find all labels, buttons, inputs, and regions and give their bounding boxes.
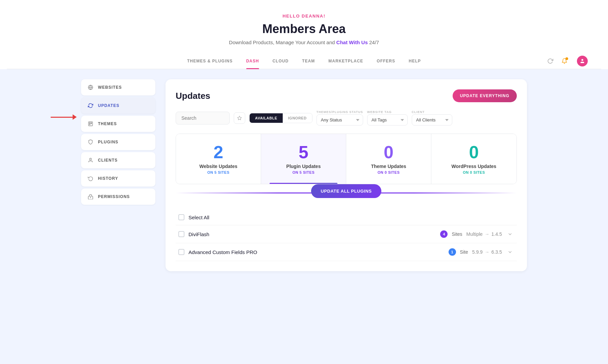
- table-row: DiviFlash 4 Sites Multiple → 1.4.5: [176, 225, 517, 243]
- sidebar-label-updates: UPDATES: [98, 103, 119, 108]
- stat-theme-number: 0: [353, 143, 424, 161]
- main-content: Updates UPDATE EVERYTHING AVAILABLE IGNO…: [166, 79, 527, 271]
- nav-right: [545, 56, 588, 66]
- stat-website-number: 2: [183, 143, 254, 161]
- nav-help[interactable]: HELP: [409, 53, 421, 69]
- status-tab-group: AVAILABLE IGNORED: [249, 113, 312, 123]
- star-filter-button[interactable]: [234, 112, 245, 124]
- content-area: WEBSITES UPDATES THEMES: [68, 69, 540, 281]
- sidebar-label-permissions: PERMISSIONS: [98, 194, 130, 199]
- svg-rect-4: [90, 123, 90, 125]
- client-filter-label: CLIENT: [412, 110, 452, 114]
- update-everything-button[interactable]: UPDATE EVERYTHING: [453, 89, 517, 102]
- diviflash-sites-badge: 4: [440, 230, 448, 238]
- diviflash-sites-label: Sites: [452, 231, 462, 237]
- tab-available[interactable]: AVAILABLE: [250, 113, 283, 123]
- svg-marker-9: [237, 116, 242, 120]
- nav-themes-plugins[interactable]: THEMES & PLUGINS: [187, 53, 233, 69]
- themes-icon: [87, 120, 94, 127]
- diviflash-name: DiviFlash: [188, 231, 436, 237]
- stats-row: 2 Website Updates ON 5 SITES 5 Plugin Up…: [176, 134, 517, 184]
- status-filter-select[interactable]: Any Status: [316, 114, 363, 125]
- nav-team[interactable]: TEAM: [302, 53, 315, 69]
- stat-plugin-number: 5: [268, 143, 339, 161]
- sidebar-item-history[interactable]: HISTORY: [81, 170, 155, 187]
- sidebar-item-clients[interactable]: CLIENTS: [81, 152, 155, 168]
- sidebar-item-themes[interactable]: THEMES: [81, 116, 155, 132]
- diviflash-checkbox[interactable]: [178, 231, 184, 237]
- tag-filter-select[interactable]: All Tags: [367, 114, 408, 125]
- main-nav: THEMES & PLUGINS DASH CLOUD TEAM MARKETP…: [7, 53, 601, 69]
- red-arrow: [51, 114, 77, 120]
- sidebar-item-updates[interactable]: UPDATES: [81, 97, 155, 114]
- subtitle: Download Products, Manage Your Account a…: [7, 39, 601, 45]
- update-plugins-section: UPDATE ALL PLUGINS: [176, 184, 517, 201]
- acf-version: 5.9.9 → 6.3.5: [472, 249, 502, 255]
- tab-ignored[interactable]: IGNORED: [283, 113, 312, 123]
- diviflash-version-to: 1.4.5: [491, 231, 502, 237]
- nav-marketplace[interactable]: MARKETPLACE: [328, 53, 363, 69]
- notif-dot: [565, 57, 568, 60]
- clients-icon: [87, 157, 94, 164]
- svg-rect-3: [88, 122, 93, 126]
- stat-website-label: Website Updates: [183, 164, 254, 169]
- sidebar-label-clients: CLIENTS: [98, 158, 118, 163]
- sidebar-item-plugins[interactable]: PLUGINS: [81, 134, 155, 150]
- sidebar-item-permissions[interactable]: PERMISSIONS: [81, 189, 155, 205]
- updates-title: Updates: [176, 91, 210, 101]
- search-input[interactable]: [176, 112, 230, 124]
- arrow-line: [51, 117, 73, 118]
- stat-plugin-updates: 5 Plugin Updates ON 5 SITES: [261, 134, 346, 184]
- plugins-icon: [87, 139, 94, 145]
- select-all-row: Select All: [176, 209, 517, 225]
- update-all-plugins-button[interactable]: UPDATE ALL PLUGINS: [311, 184, 381, 198]
- table-row: Advanced Custom Fields PRO 1 Site 5.9.9 …: [176, 243, 517, 261]
- nav-dash[interactable]: DASH: [246, 53, 259, 69]
- stat-website-sublabel: ON 5 SITES: [183, 170, 254, 174]
- globe-icon: [87, 84, 94, 91]
- acf-name: Advanced Custom Fields PRO: [188, 249, 445, 255]
- diviflash-expand-button[interactable]: [506, 230, 514, 238]
- hello-text: HELLO DEANNA!: [7, 13, 601, 19]
- chat-link[interactable]: Chat With Us: [336, 39, 368, 45]
- acf-version-to: 6.3.5: [491, 249, 502, 255]
- notification-icon[interactable]: [559, 56, 569, 66]
- status-filter-group: THEMES/PLUGINS STATUS Any Status: [316, 110, 363, 125]
- stat-wordpress-sublabel: ON 0 SITES: [438, 170, 510, 174]
- acf-sites-badge: 1: [449, 248, 456, 256]
- sidebar-item-websites[interactable]: WEBSITES: [81, 79, 155, 95]
- stat-theme-label: Theme Updates: [353, 164, 424, 169]
- arrow-right-icon: →: [485, 231, 489, 237]
- svg-rect-5: [91, 123, 92, 124]
- sidebar: WEBSITES UPDATES THEMES: [81, 79, 155, 271]
- stat-wordpress-label: WordPress Updates: [438, 164, 510, 169]
- svg-point-6: [90, 158, 91, 160]
- select-all-checkbox[interactable]: [178, 214, 184, 220]
- status-filter-label: THEMES/PLUGINS STATUS: [316, 110, 363, 114]
- acf-expand-button[interactable]: [506, 248, 514, 256]
- refresh-icon[interactable]: [545, 56, 555, 66]
- plugins-table: Select All DiviFlash 4 Sites Multiple → …: [176, 209, 517, 261]
- select-all-label: Select All: [188, 215, 514, 220]
- nav-cloud[interactable]: CLOUD: [273, 53, 289, 69]
- arrow-right-icon-2: →: [485, 249, 489, 255]
- avatar[interactable]: [577, 56, 588, 66]
- sidebar-label-websites: WEBSITES: [98, 85, 122, 90]
- svg-point-0: [581, 59, 583, 61]
- history-icon: [87, 175, 94, 182]
- nav-offers[interactable]: OFFERS: [377, 53, 395, 69]
- arrow-head: [73, 114, 77, 120]
- tag-filter-label: WEBSITE TAG: [367, 110, 408, 114]
- subtitle-after: 24/7: [369, 39, 379, 45]
- permissions-icon: [87, 193, 94, 200]
- diviflash-version-from: Multiple: [466, 231, 483, 237]
- client-filter-select[interactable]: All Clients: [412, 114, 452, 125]
- acf-sites-label: Site: [460, 249, 468, 255]
- sidebar-label-plugins: PLUGINS: [98, 140, 118, 144]
- diviflash-version: Multiple → 1.4.5: [466, 231, 502, 237]
- stat-plugin-label: Plugin Updates: [268, 164, 339, 169]
- stat-wordpress-updates: 0 WordPress Updates ON 0 SITES: [431, 134, 516, 184]
- updates-header: Updates UPDATE EVERYTHING: [176, 89, 517, 102]
- sidebar-label-themes: THEMES: [98, 121, 117, 126]
- acf-checkbox[interactable]: [178, 249, 184, 255]
